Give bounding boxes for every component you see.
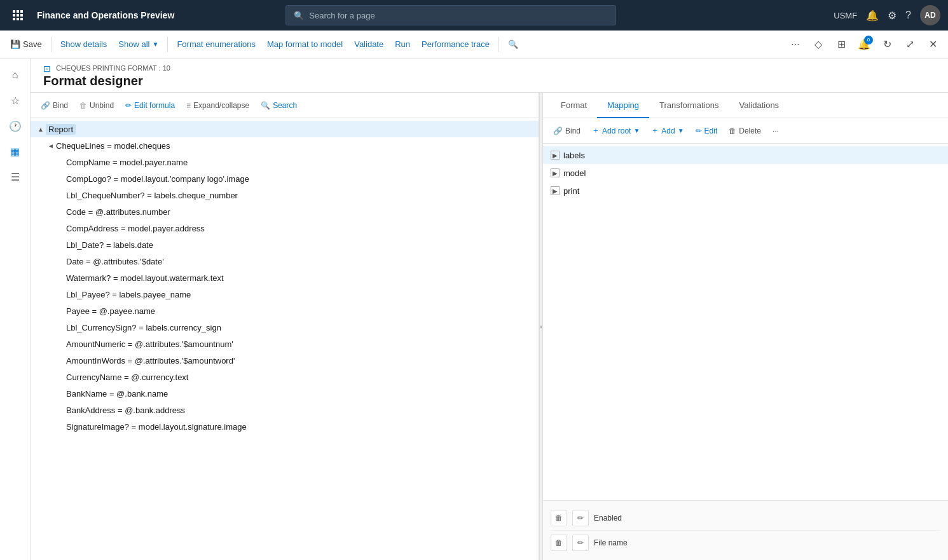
tree-toggle-bankName <box>56 388 66 399</box>
add-root-button[interactable]: ＋ Add root ▼ <box>587 122 645 140</box>
refresh-icon[interactable]: ↻ <box>877 34 897 55</box>
tree-label-bankAddress: BankAddress = @.bank.address <box>66 406 185 415</box>
sidebar-item-favorites[interactable]: ☆ <box>4 89 27 112</box>
split-icon[interactable]: ⊞ <box>831 34 851 55</box>
delete-enabled-button[interactable]: 🗑 <box>551 510 567 526</box>
tree-label-watermark: Watermark? = model.layout.watermark.text <box>66 273 224 283</box>
svg-rect-8 <box>20 18 23 20</box>
ds-item-labels[interactable]: ▶ labels <box>543 146 948 164</box>
edit-icon: ✏ <box>696 126 702 135</box>
content-area: ⊡ CHEQUES PRINTING FORMAT : 10 Format de… <box>31 58 948 560</box>
notification-toolbar-icon[interactable]: 🔔 0 <box>854 34 874 55</box>
ds-toggle-labels[interactable]: ▶ <box>551 151 560 160</box>
performance-trace-button[interactable]: Performance trace <box>416 34 495 55</box>
tree-label-code: Code = @.attributes.number <box>66 207 170 217</box>
edit-button[interactable]: ✏ Edit <box>690 122 723 140</box>
rpanel-bind-button[interactable]: 🔗 Bind <box>548 122 586 140</box>
delete-button[interactable]: 🗑 Delete <box>724 122 766 140</box>
edit-enabled-button[interactable]: ✏ <box>572 510 589 526</box>
tree-item-lblChequeNumber[interactable]: Lbl_ChequeNumber? = labels.cheque_number <box>31 187 539 203</box>
format-enumerations-button[interactable]: Format enumerations <box>172 34 261 55</box>
show-details-button[interactable]: Show details <box>55 34 113 55</box>
grid-icon[interactable] <box>8 5 28 25</box>
settings-icon[interactable]: ⚙ <box>888 10 896 22</box>
tree-toggle-lblDate <box>56 240 66 250</box>
ds-item-print[interactable]: ▶ print <box>543 182 948 200</box>
tab-validations[interactable]: Validations <box>729 93 789 118</box>
search-bar[interactable]: 🔍 Search for a page <box>285 5 616 25</box>
page-header: ⊡ CHEQUES PRINTING FORMAT : 10 Format de… <box>31 58 948 93</box>
sidebar-item-home[interactable]: ⌂ <box>4 64 27 86</box>
search-panel-button[interactable]: 🔍 Search <box>256 97 302 114</box>
tree-item-lblPayee[interactable]: Lbl_Payee? = labels.payee_name <box>31 286 539 303</box>
sidebar-item-recent[interactable]: 🕐 <box>4 114 27 137</box>
tab-format[interactable]: Format <box>551 93 597 118</box>
delete-filename-button[interactable]: 🗑 <box>551 535 567 551</box>
search-placeholder: Search for a page <box>309 11 374 20</box>
tree-item-compName[interactable]: CompName = model.payer.name <box>31 154 539 170</box>
tree-item-lblDate[interactable]: Lbl_Date? = labels.date <box>31 236 539 253</box>
bind-button[interactable]: 🔗 Bind <box>36 97 73 114</box>
right-panel: Format Mapping Transformations Validatio… <box>543 93 948 560</box>
map-format-button[interactable]: Map format to model <box>262 34 348 55</box>
sidebar-item-list[interactable]: ☰ <box>4 165 27 188</box>
svg-rect-6 <box>13 18 15 20</box>
tree-toggle-chequeLines[interactable]: ◄ <box>46 140 56 151</box>
top-bar: Finance and Operations Preview 🔍 Search … <box>0 0 948 31</box>
tree-toggle-signatureImage <box>56 421 66 432</box>
add-icon: ＋ <box>651 125 659 136</box>
filter-icon[interactable]: ⊡ <box>43 64 51 74</box>
tree-item-amountInWords[interactable]: AmountInWords = @.attributes.'$amountwor… <box>31 352 539 369</box>
svg-rect-2 <box>20 10 23 13</box>
close-toolbar-icon[interactable]: ✕ <box>923 34 943 55</box>
tree-item-watermark[interactable]: Watermark? = model.layout.watermark.text <box>31 270 539 286</box>
notification-icon[interactable]: 🔔 <box>866 10 879 22</box>
tree-toggle-code <box>56 207 66 217</box>
filename-label: File name <box>594 538 628 547</box>
edit-formula-button[interactable]: ✏ Edit formula <box>120 97 180 114</box>
validate-button[interactable]: Validate <box>349 34 388 55</box>
tree-item-payee[interactable]: Payee = @.payee.name <box>31 303 539 319</box>
expand-icon[interactable]: ⤢ <box>900 34 920 55</box>
more-options-icon[interactable]: ··· <box>785 34 806 55</box>
tree-toggle-payee <box>56 306 66 316</box>
expand-collapse-button[interactable]: ≡ Expand/collapse <box>181 97 254 114</box>
unbind-button[interactable]: 🗑 Unbind <box>74 97 119 114</box>
run-button[interactable]: Run <box>390 34 415 55</box>
tree-item-compAddress[interactable]: CompAddress = model.payer.address <box>31 220 539 236</box>
more-button[interactable]: ··· <box>767 122 784 140</box>
tree-item-lblCurrencySign[interactable]: Lbl_CurrencySign? = labels.currency_sign <box>31 319 539 336</box>
avatar[interactable]: AD <box>920 5 940 25</box>
ds-toggle-print[interactable]: ▶ <box>551 186 560 195</box>
tab-mapping[interactable]: Mapping <box>597 93 649 118</box>
search-icon-button[interactable]: 🔍 <box>503 34 523 55</box>
ds-item-model[interactable]: ▶ model <box>543 164 948 182</box>
save-button[interactable]: 💾 Save <box>5 34 47 55</box>
tree-item-amountNumeric[interactable]: AmountNumeric = @.attributes.'$amountnum… <box>31 336 539 352</box>
tree-toggle-report[interactable]: ▲ <box>36 124 46 134</box>
ds-toggle-model[interactable]: ▶ <box>551 168 560 177</box>
designer-area: 🔗 Bind 🗑 Unbind ✏ Edit formula ≡ Expand/… <box>31 93 948 560</box>
tree-toggle-lblChequeNumber <box>56 190 66 200</box>
tree-item-chequeLines[interactable]: ◄ ChequeLines = model.cheques <box>31 137 539 154</box>
tree-item-code[interactable]: Code = @.attributes.number <box>31 203 539 220</box>
add-button[interactable]: ＋ Add ▼ <box>646 122 689 140</box>
tree-item-compLogo[interactable]: CompLogo? = model.layout.'company logo'.… <box>31 170 539 187</box>
breadcrumb: CHEQUES PRINTING FORMAT : 10 <box>56 64 170 72</box>
toolbar-separator-2 <box>167 37 168 52</box>
sidebar-item-calendar[interactable]: ▦ <box>4 140 27 163</box>
show-all-button[interactable]: Show all ▼ <box>113 34 163 55</box>
tree-item-currencyName[interactable]: CurrencyName = @.currency.text <box>31 369 539 385</box>
tree-item-report[interactable]: ▲ Report <box>31 121 539 137</box>
toolbar-right-group: ··· ◇ ⊞ 🔔 0 ↻ ⤢ ✕ <box>785 34 943 55</box>
tree-item-bankAddress[interactable]: BankAddress = @.bank.address <box>31 402 539 418</box>
help-icon[interactable]: ? <box>905 10 911 21</box>
tree-toggle-currencyName <box>56 372 66 382</box>
tab-transformations[interactable]: Transformations <box>649 93 729 118</box>
diamond-icon[interactable]: ◇ <box>808 34 828 55</box>
tree-item-signatureImage[interactable]: SignatureImage? = model.layout.signature… <box>31 418 539 435</box>
tree-item-bankName[interactable]: BankName = @.bank.name <box>31 385 539 402</box>
tree-label-amountNumeric: AmountNumeric = @.attributes.'$amountnum… <box>66 339 233 349</box>
tree-item-date[interactable]: Date = @.attributes.'$date' <box>31 253 539 270</box>
edit-filename-button[interactable]: ✏ <box>572 535 589 551</box>
